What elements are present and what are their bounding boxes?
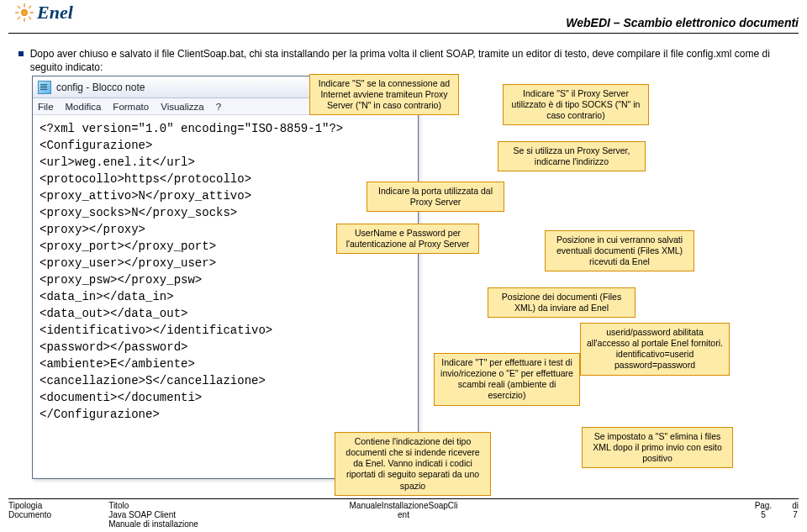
svg-point-0 (22, 10, 28, 16)
footer-filename-2: ent (350, 510, 458, 519)
document-body: Dopo aver chiuso e salvato il file Clien… (0, 34, 807, 499)
callout-cancellazione: Se impostato a "S" elimina i files XML d… (582, 427, 733, 468)
footer-di-value: 7 (792, 510, 799, 519)
footer-titolo: Titolo Java SOAP Client Manuale di insta… (108, 501, 198, 529)
footer-titolo-label: Titolo (108, 501, 198, 510)
sun-icon (13, 2, 35, 24)
instruction-bullet: Dopo aver chiuso e salvato il file Clien… (18, 42, 794, 74)
menu-file[interactable]: File (38, 102, 54, 112)
callout-proxy-attivo: Indicare "S" se la connessione ad Intern… (309, 74, 459, 115)
notepad-title: config - Blocco note (56, 82, 145, 93)
footer-pag-value: 5 (755, 510, 773, 519)
page-header: Enel WebEDI – Scambio elettronico docume… (8, 0, 799, 34)
instruction-text: Dopo aver chiuso e salvato il file Clien… (30, 47, 794, 74)
footer-filename: ManualeInstallazioneSoapCli ent (350, 501, 458, 519)
footer-di-label: di (792, 501, 799, 510)
footer-tipologia-label: Tipologia (8, 501, 51, 510)
brand-logo: Enel (13, 2, 73, 24)
callout-proxy-address: Se si utilizza un Proxy Server, indicarn… (498, 141, 646, 171)
footer-filename-1: ManualeInstallazioneSoapCli (350, 501, 458, 510)
page-footer: Tipologia Documento Titolo Java SOAP Cli… (8, 498, 799, 529)
footer-pagenum: Pag. 5 di 7 (755, 501, 799, 519)
callout-ambiente: Indicare "T" per effettuare i test di in… (434, 353, 580, 406)
callout-proxy-credentials: UserName e Password per l'autenticazione… (336, 224, 479, 254)
callout-proxy-port: Indicare la porta utilizzata dal Proxy S… (367, 182, 504, 212)
brand-name: Enel (37, 2, 73, 24)
footer-tipologia-value: Documento (8, 510, 51, 519)
page-title: WebEDI – Scambio elettronico documenti (566, 16, 799, 29)
callout-proxy-socks: Indicare "S" il Proxy Server utilizzato … (503, 84, 649, 125)
callout-credentials: userid/password abilitata all'accesso al… (580, 323, 730, 376)
callout-data-out: Posizione dei documenti (Files XML) da i… (488, 287, 636, 318)
menu-format[interactable]: Formato (113, 102, 149, 112)
callout-documenti: Contiene l'indicazione dei tipo document… (335, 432, 491, 496)
menu-help[interactable]: ? (216, 102, 221, 112)
svg-line-8 (29, 6, 31, 8)
notepad-icon (38, 81, 51, 94)
menu-view[interactable]: Visualizza (161, 102, 204, 112)
bullet-icon (18, 51, 24, 56)
notepad-window: config - Blocco note File Modifica Forma… (32, 76, 419, 479)
callout-data-in: Posizione in cui verranno salvati eventu… (545, 230, 694, 271)
footer-titolo-value2: Manuale di installazione (108, 519, 198, 529)
footer-titolo-value1: Java SOAP Client (108, 510, 198, 519)
svg-line-5 (18, 6, 20, 8)
footer-pag-label: Pag. (755, 501, 773, 510)
menu-edit[interactable]: Modifica (66, 102, 102, 112)
svg-line-7 (18, 17, 20, 19)
svg-line-6 (29, 17, 31, 19)
notepad-content: <?xml version="1.0" encoding="ISO-8859-1… (33, 115, 418, 428)
footer-tipologia: Tipologia Documento (8, 501, 51, 529)
